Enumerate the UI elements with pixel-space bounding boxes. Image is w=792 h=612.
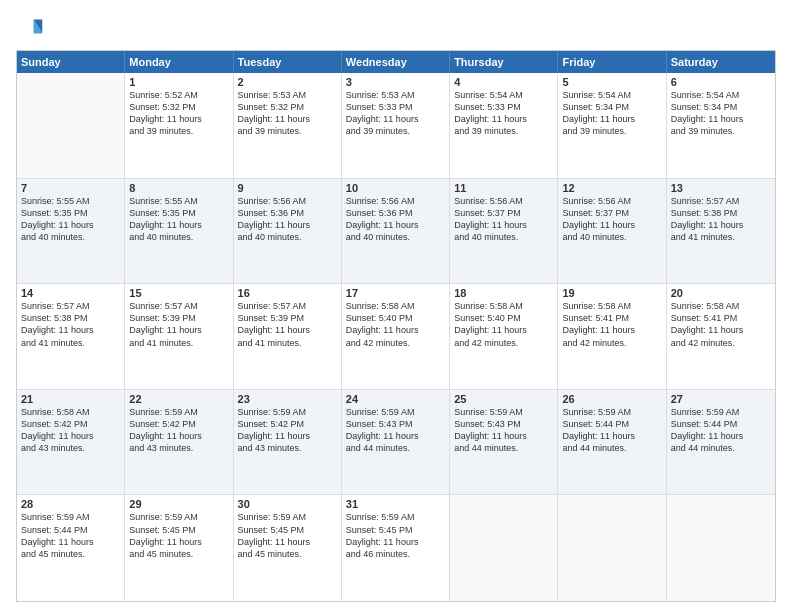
day-number: 26 [562,393,661,405]
cal-cell: 25Sunrise: 5:59 AMSunset: 5:43 PMDayligh… [450,390,558,495]
cal-cell: 11Sunrise: 5:56 AMSunset: 5:37 PMDayligh… [450,179,558,284]
calendar: SundayMondayTuesdayWednesdayThursdayFrid… [16,50,776,602]
cal-cell: 27Sunrise: 5:59 AMSunset: 5:44 PMDayligh… [667,390,775,495]
cal-cell: 5Sunrise: 5:54 AMSunset: 5:34 PMDaylight… [558,73,666,178]
day-number: 1 [129,76,228,88]
cal-cell: 9Sunrise: 5:56 AMSunset: 5:36 PMDaylight… [234,179,342,284]
cell-info: Sunrise: 5:54 AMSunset: 5:34 PMDaylight:… [671,89,771,138]
day-number: 2 [238,76,337,88]
day-number: 18 [454,287,553,299]
cell-info: Sunrise: 5:59 AMSunset: 5:43 PMDaylight:… [454,406,553,455]
cell-info: Sunrise: 5:54 AMSunset: 5:34 PMDaylight:… [562,89,661,138]
cal-cell: 16Sunrise: 5:57 AMSunset: 5:39 PMDayligh… [234,284,342,389]
page: SundayMondayTuesdayWednesdayThursdayFrid… [0,0,792,612]
cell-info: Sunrise: 5:58 AMSunset: 5:41 PMDaylight:… [562,300,661,349]
day-number: 8 [129,182,228,194]
day-number: 22 [129,393,228,405]
cell-info: Sunrise: 5:56 AMSunset: 5:37 PMDaylight:… [454,195,553,244]
cal-cell: 2Sunrise: 5:53 AMSunset: 5:32 PMDaylight… [234,73,342,178]
cal-cell [558,495,666,601]
cal-cell [450,495,558,601]
cell-info: Sunrise: 5:56 AMSunset: 5:36 PMDaylight:… [238,195,337,244]
cal-cell: 24Sunrise: 5:59 AMSunset: 5:43 PMDayligh… [342,390,450,495]
cal-cell: 7Sunrise: 5:55 AMSunset: 5:35 PMDaylight… [17,179,125,284]
cell-info: Sunrise: 5:57 AMSunset: 5:39 PMDaylight:… [238,300,337,349]
cell-info: Sunrise: 5:57 AMSunset: 5:39 PMDaylight:… [129,300,228,349]
week-row-2: 7Sunrise: 5:55 AMSunset: 5:35 PMDaylight… [17,179,775,285]
header-day-saturday: Saturday [667,51,775,73]
cell-info: Sunrise: 5:55 AMSunset: 5:35 PMDaylight:… [21,195,120,244]
day-number: 13 [671,182,771,194]
header-day-monday: Monday [125,51,233,73]
day-number: 7 [21,182,120,194]
cell-info: Sunrise: 5:58 AMSunset: 5:41 PMDaylight:… [671,300,771,349]
cal-cell: 30Sunrise: 5:59 AMSunset: 5:45 PMDayligh… [234,495,342,601]
calendar-body: 1Sunrise: 5:52 AMSunset: 5:32 PMDaylight… [17,73,775,601]
day-number: 19 [562,287,661,299]
day-number: 25 [454,393,553,405]
day-number: 31 [346,498,445,510]
cal-cell: 18Sunrise: 5:58 AMSunset: 5:40 PMDayligh… [450,284,558,389]
cal-cell: 14Sunrise: 5:57 AMSunset: 5:38 PMDayligh… [17,284,125,389]
cal-cell: 15Sunrise: 5:57 AMSunset: 5:39 PMDayligh… [125,284,233,389]
day-number: 9 [238,182,337,194]
cal-cell [667,495,775,601]
cal-cell: 29Sunrise: 5:59 AMSunset: 5:45 PMDayligh… [125,495,233,601]
day-number: 30 [238,498,337,510]
day-number: 24 [346,393,445,405]
cal-cell: 13Sunrise: 5:57 AMSunset: 5:38 PMDayligh… [667,179,775,284]
cell-info: Sunrise: 5:53 AMSunset: 5:32 PMDaylight:… [238,89,337,138]
day-number: 14 [21,287,120,299]
logo [16,16,48,44]
cell-info: Sunrise: 5:55 AMSunset: 5:35 PMDaylight:… [129,195,228,244]
logo-icon [16,16,44,44]
header [16,16,776,44]
day-number: 10 [346,182,445,194]
week-row-5: 28Sunrise: 5:59 AMSunset: 5:44 PMDayligh… [17,495,775,601]
cal-cell: 19Sunrise: 5:58 AMSunset: 5:41 PMDayligh… [558,284,666,389]
day-number: 6 [671,76,771,88]
day-number: 15 [129,287,228,299]
cal-cell: 20Sunrise: 5:58 AMSunset: 5:41 PMDayligh… [667,284,775,389]
cell-info: Sunrise: 5:56 AMSunset: 5:36 PMDaylight:… [346,195,445,244]
cal-cell: 6Sunrise: 5:54 AMSunset: 5:34 PMDaylight… [667,73,775,178]
day-number: 5 [562,76,661,88]
calendar-header: SundayMondayTuesdayWednesdayThursdayFrid… [17,51,775,73]
day-number: 27 [671,393,771,405]
cell-info: Sunrise: 5:58 AMSunset: 5:40 PMDaylight:… [346,300,445,349]
cell-info: Sunrise: 5:59 AMSunset: 5:42 PMDaylight:… [129,406,228,455]
cell-info: Sunrise: 5:59 AMSunset: 5:45 PMDaylight:… [238,511,337,560]
cell-info: Sunrise: 5:53 AMSunset: 5:33 PMDaylight:… [346,89,445,138]
cal-cell: 4Sunrise: 5:54 AMSunset: 5:33 PMDaylight… [450,73,558,178]
cell-info: Sunrise: 5:54 AMSunset: 5:33 PMDaylight:… [454,89,553,138]
day-number: 29 [129,498,228,510]
cell-info: Sunrise: 5:58 AMSunset: 5:42 PMDaylight:… [21,406,120,455]
cell-info: Sunrise: 5:56 AMSunset: 5:37 PMDaylight:… [562,195,661,244]
cal-cell: 31Sunrise: 5:59 AMSunset: 5:45 PMDayligh… [342,495,450,601]
day-number: 16 [238,287,337,299]
header-day-friday: Friday [558,51,666,73]
cell-info: Sunrise: 5:59 AMSunset: 5:42 PMDaylight:… [238,406,337,455]
week-row-3: 14Sunrise: 5:57 AMSunset: 5:38 PMDayligh… [17,284,775,390]
cell-info: Sunrise: 5:58 AMSunset: 5:40 PMDaylight:… [454,300,553,349]
day-number: 28 [21,498,120,510]
cal-cell: 26Sunrise: 5:59 AMSunset: 5:44 PMDayligh… [558,390,666,495]
cal-cell: 28Sunrise: 5:59 AMSunset: 5:44 PMDayligh… [17,495,125,601]
day-number: 23 [238,393,337,405]
header-day-thursday: Thursday [450,51,558,73]
cell-info: Sunrise: 5:52 AMSunset: 5:32 PMDaylight:… [129,89,228,138]
header-day-tuesday: Tuesday [234,51,342,73]
cal-cell: 12Sunrise: 5:56 AMSunset: 5:37 PMDayligh… [558,179,666,284]
day-number: 21 [21,393,120,405]
cal-cell: 8Sunrise: 5:55 AMSunset: 5:35 PMDaylight… [125,179,233,284]
cal-cell: 17Sunrise: 5:58 AMSunset: 5:40 PMDayligh… [342,284,450,389]
header-day-wednesday: Wednesday [342,51,450,73]
header-day-sunday: Sunday [17,51,125,73]
cell-info: Sunrise: 5:59 AMSunset: 5:45 PMDaylight:… [129,511,228,560]
week-row-1: 1Sunrise: 5:52 AMSunset: 5:32 PMDaylight… [17,73,775,179]
cal-cell: 1Sunrise: 5:52 AMSunset: 5:32 PMDaylight… [125,73,233,178]
cell-info: Sunrise: 5:59 AMSunset: 5:44 PMDaylight:… [21,511,120,560]
cell-info: Sunrise: 5:59 AMSunset: 5:45 PMDaylight:… [346,511,445,560]
day-number: 12 [562,182,661,194]
day-number: 20 [671,287,771,299]
